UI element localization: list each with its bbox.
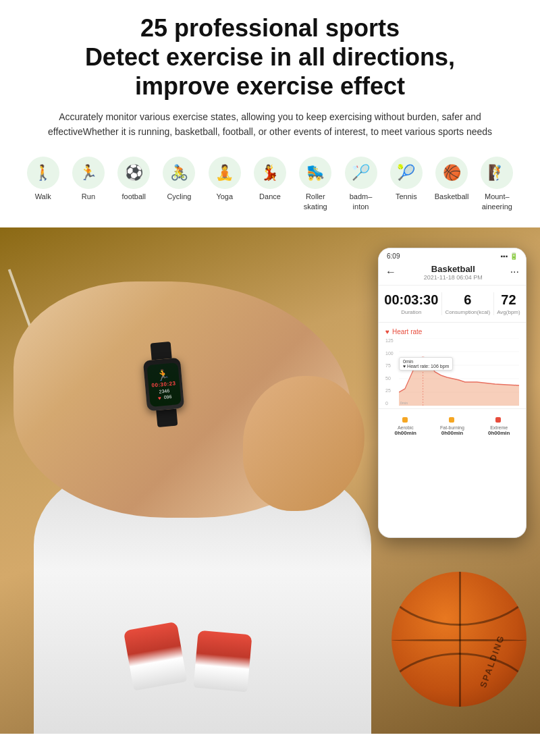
- watch-steps: 2346: [159, 388, 169, 394]
- activity-title-block: Basketball 2021-11-18 06:04 PM: [424, 264, 483, 281]
- tooltip-time: 0min: [403, 359, 449, 364]
- sport-roller: 🛼 Rollerskating: [293, 157, 338, 211]
- walk-icon: 🚶: [27, 157, 59, 189]
- y-label-50: 50: [385, 376, 394, 381]
- sport-walk: 🚶 Walk: [20, 157, 65, 201]
- watch-bpm: 096: [163, 394, 171, 400]
- heart-rate-section: ♥ Heart rate 125 100 75 50 25 0: [379, 323, 526, 408]
- heart-rate-title: ♥ Heart rate: [385, 328, 519, 335]
- stat-duration: 00:03:30 Duration: [384, 292, 438, 315]
- basketball-label: Basketball: [435, 192, 469, 201]
- sport-cycling: 🚴 Cycling: [157, 157, 202, 201]
- stat-divider-2: [493, 292, 494, 315]
- y-label-25: 25: [385, 388, 394, 393]
- dance-label: Dance: [259, 192, 281, 201]
- ball-line-curve1: [392, 572, 526, 626]
- basketball-ball: [392, 572, 526, 707]
- extreme-label: Extreme: [488, 425, 510, 430]
- tooltip-hr: ♥ Heart rate: 106 bpm: [403, 364, 449, 369]
- top-section: 25 professional sports Detect exercise i…: [0, 0, 540, 227]
- menu-button[interactable]: ···: [510, 266, 519, 278]
- phone-stats-row: 00:03:30 Duration 6 Consumption(kcal) 72…: [379, 286, 526, 323]
- tennis-icon: 🎾: [390, 157, 423, 189]
- badminton-label: badm–inton: [350, 192, 373, 211]
- sport-badminton: 🏸 badm–inton: [338, 157, 383, 211]
- stat-consumption: 6 Consumption(kcal): [445, 292, 490, 315]
- duration-value: 00:03:30: [384, 292, 438, 308]
- svg-text:0min: 0min: [400, 401, 408, 405]
- bottom-section: 🏃 00:30:23 2346 ♥ 096 SPALDING 6: [0, 227, 540, 734]
- y-label-125: 125: [385, 338, 394, 343]
- subtitle: Accurately monitor various exercise stat…: [34, 109, 506, 140]
- phone-nav: ← Basketball 2021-11-18 06:04 PM ···: [379, 261, 526, 286]
- run-icon: 🏃: [72, 157, 105, 189]
- sneaker-left: [124, 622, 187, 691]
- cycling-icon: 🚴: [163, 157, 195, 189]
- watch-heart-row: ♥ 096: [158, 394, 172, 401]
- watch-strap-bottom: [156, 408, 178, 427]
- ball-line-curve2: [392, 653, 526, 707]
- y-label-75: 75: [385, 363, 394, 368]
- walk-label: Walk: [35, 192, 51, 201]
- basketball-lines: [392, 572, 526, 707]
- yoga-icon: 🧘: [209, 157, 241, 189]
- dance-icon: 💃: [254, 157, 286, 189]
- mountaineering-label: Mount–aineering: [482, 192, 512, 211]
- y-label-0: 0: [385, 401, 394, 406]
- aerobic-value: 0h00min: [395, 430, 416, 436]
- fat-burning-value: 0h00min: [440, 430, 464, 436]
- fat-burning-dot: [449, 417, 454, 423]
- football-label: football: [122, 192, 145, 201]
- sport-football: ⚽ football: [111, 157, 157, 201]
- sport-yoga: 🧘 Yoga: [202, 157, 247, 201]
- smartwatch: 🏃 00:30:23 2346 ♥ 096: [142, 341, 186, 428]
- heart-rate-label: Heart rate: [392, 328, 422, 335]
- sport-mountaineering: 🧗 Mount–aineering: [475, 157, 520, 211]
- sport-basketball: 🏀 Basketball: [429, 157, 474, 201]
- cycling-label: Cycling: [167, 192, 191, 201]
- watch-figure-icon: 🏃: [155, 368, 170, 382]
- phone-status-bar: 6:09 ▪▪▪ 🔋: [379, 248, 526, 261]
- main-title: 25 professional sports Detect exercise i…: [20, 14, 520, 101]
- back-button[interactable]: ←: [385, 266, 396, 278]
- extreme-value: 0h00min: [488, 430, 510, 436]
- sport-tennis: 🎾 Tennis: [383, 157, 429, 201]
- sport-run: 🏃 Run: [65, 157, 111, 201]
- legend-fat-burning: Fat-burning 0h00min: [440, 413, 464, 436]
- avg-bpm-label: Avg(bpm): [497, 309, 520, 315]
- duration-label: Duration: [384, 309, 438, 315]
- watch-body: 🏃 00:30:23 2346 ♥ 096: [143, 358, 184, 412]
- sports-icons-row: 🚶 Walk 🏃 Run ⚽ football 🚴 Cycling 🧘 Yoga…: [20, 150, 520, 221]
- watch-data-row: 2346: [159, 388, 169, 394]
- tennis-label: Tennis: [396, 192, 417, 201]
- fat-burning-label: Fat-burning: [440, 425, 464, 430]
- phone-time: 6:09: [387, 252, 400, 260]
- chart-y-labels: 125 100 75 50 25 0: [385, 338, 394, 406]
- roller-label: Rollerskating: [304, 192, 327, 211]
- football-icon: ⚽: [117, 157, 150, 189]
- consumption-value: 6: [445, 292, 490, 308]
- stat-divider-1: [441, 292, 442, 315]
- y-label-100: 100: [385, 351, 394, 356]
- aerobic-label: Aerobic: [395, 425, 416, 430]
- consumption-label: Consumption(kcal): [445, 309, 490, 315]
- watch-heart-icon: ♥: [158, 395, 162, 401]
- watch-screen: 🏃 00:30:23 2346 ♥ 096: [146, 362, 181, 407]
- legend-aerobic: Aerobic 0h00min: [395, 413, 416, 436]
- run-label: Run: [82, 192, 95, 201]
- extreme-dot: [495, 417, 501, 423]
- legend-section: Aerobic 0h00min Fat-burning 0h00min Extr…: [379, 408, 526, 436]
- badminton-icon: 🏸: [345, 157, 377, 189]
- watch-time: 00:30:23: [151, 380, 176, 388]
- sport-dance: 💃 Dance: [247, 157, 292, 201]
- legend-extreme: Extreme 0h00min: [488, 413, 510, 436]
- sneaker-right: [193, 630, 252, 693]
- aerobic-dot: [402, 417, 408, 423]
- heart-rate-chart: 125 100 75 50 25 0: [385, 338, 519, 406]
- phone-mockup: 6:09 ▪▪▪ 🔋 ← Basketball 2021-11-18 06:04…: [378, 248, 526, 538]
- mountaineering-icon: 🧗: [481, 157, 513, 189]
- yoga-label: Yoga: [216, 192, 233, 201]
- heart-icon: ♥: [385, 328, 389, 335]
- sneakers: [128, 626, 263, 693]
- roller-icon: 🛼: [299, 157, 331, 189]
